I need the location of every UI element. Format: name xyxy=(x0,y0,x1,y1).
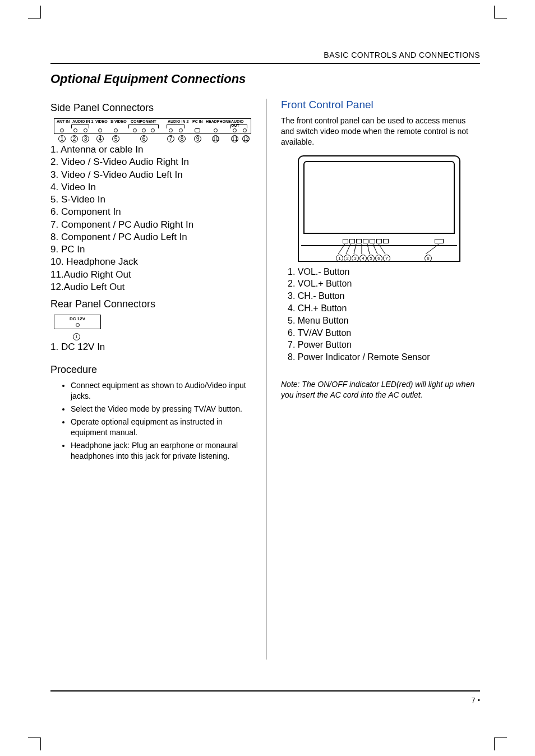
jack-icon xyxy=(73,128,77,132)
tv-screen xyxy=(303,161,455,234)
port-label-component: COMPONENT xyxy=(131,119,156,123)
list-item: 12.Audio Left Out xyxy=(50,281,251,293)
jack-icon xyxy=(133,128,137,132)
bracket-icon xyxy=(230,125,247,128)
rear-panel-heading: Rear Panel Connectors xyxy=(50,298,251,310)
list-item: 2. Video / S-Video Audio Right In xyxy=(50,156,251,168)
bracket-icon xyxy=(71,125,89,128)
num-5: 5 xyxy=(367,255,375,262)
lead-lines-icon xyxy=(298,244,460,254)
side-panel-heading: Side Panel Connectors xyxy=(50,102,251,114)
port-label-pcin: PC IN xyxy=(192,119,203,123)
num-7: 7 xyxy=(383,255,390,262)
list-item: 8. Power Indicator / Remote Sensor xyxy=(288,352,480,363)
list-item: 2. VOL.+ Button xyxy=(288,278,480,290)
rear-panel-list: 1. DC 12V In xyxy=(50,341,251,353)
tv-button-icon xyxy=(363,239,368,243)
page-title: Optional Equipment Connections xyxy=(50,72,480,86)
jack-icon xyxy=(60,128,64,132)
rear-panel-diagram: DC 12V xyxy=(54,315,101,329)
list-item: 8. Component / PC Audio Left In xyxy=(50,231,251,243)
num-6: 6 xyxy=(140,135,147,142)
jack-icon xyxy=(233,128,237,132)
list-item: 5. S-Video In xyxy=(50,193,251,205)
bracket-icon xyxy=(128,125,159,128)
num-2: 2 xyxy=(71,135,78,142)
rear-num-row: 1 xyxy=(73,330,251,340)
list-item: 7. Component / PC Audio Right In xyxy=(50,219,251,231)
num-4: 4 xyxy=(359,255,367,262)
list-item: Operate optional equipment as instructed… xyxy=(71,417,251,438)
svg-line-6 xyxy=(379,244,385,254)
bracket-icon xyxy=(167,125,185,128)
jack-icon xyxy=(243,128,247,132)
list-item: Select the Video mode by pressing TV/AV … xyxy=(71,404,251,414)
list-item: Headphone jack: Plug an earphone or mona… xyxy=(71,440,251,462)
tv-button-icon xyxy=(349,239,355,243)
jack-icon xyxy=(169,128,173,132)
crop-mark-bl xyxy=(28,737,41,750)
list-item: 1. VOL.- Button xyxy=(288,266,480,278)
jack-icon xyxy=(114,128,118,132)
right-column: Front Control Panel The front control pa… xyxy=(266,99,480,660)
port-label-headphone: HEADPHONE xyxy=(206,119,231,123)
tv-button-icon xyxy=(343,239,348,243)
page-number: 7 • xyxy=(50,696,480,704)
list-item: 3. CH.- Button xyxy=(288,291,480,302)
list-item: 5. Menu Button xyxy=(288,315,480,327)
tv-button-icon xyxy=(370,239,375,243)
svg-line-0 xyxy=(338,244,345,254)
list-item: 4. Video In xyxy=(50,181,251,193)
jack-icon xyxy=(98,128,102,132)
svg-line-5 xyxy=(373,244,377,254)
jack-icon xyxy=(179,128,183,132)
num-2: 2 xyxy=(344,255,351,262)
num-1: 1 xyxy=(58,135,66,142)
tv-diagram: 1 2 3 4 5 6 7 8 xyxy=(298,155,460,262)
tv-buttons xyxy=(343,239,389,243)
crop-mark-tl xyxy=(28,6,41,19)
note-text: Note: The ON/OFF indicator LED(red) will… xyxy=(281,379,480,400)
num-7: 7 xyxy=(167,135,174,142)
list-item: 1. DC 12V In xyxy=(50,341,251,353)
front-panel-list: 1. VOL.- Button 2. VOL.+ Button 3. CH.- … xyxy=(288,266,480,363)
crop-mark-tr xyxy=(494,6,507,19)
list-item: 6. TV/AV Button xyxy=(288,328,480,339)
list-item: 6. Component In xyxy=(50,206,251,218)
tv-button-icon xyxy=(383,239,389,243)
num-10: 10 xyxy=(212,135,219,142)
tv-button-icon xyxy=(376,239,382,243)
side-panel-list: 1. Antenna or cable In 2. Video / S-Vide… xyxy=(50,144,251,293)
two-column-layout: Side Panel Connectors ANT IN AUDIO IN 1 … xyxy=(50,99,480,660)
jack-icon xyxy=(195,128,200,132)
rear-port-label: DC 12V xyxy=(54,315,100,321)
port-label-audio1: AUDIO IN 1 xyxy=(72,119,93,123)
svg-line-4 xyxy=(367,244,370,254)
list-item: 10. Headphone Jack xyxy=(50,256,251,268)
page-number-value: 7 xyxy=(472,696,476,704)
list-item: Connect equipment as shown to Audio/Vide… xyxy=(71,380,251,402)
page-content: BASIC CONTROLS AND CONNECTIONS Optional … xyxy=(50,50,480,706)
side-panel-diagram: ANT IN AUDIO IN 1 VIDEO S-VIDEO COMPONEN… xyxy=(54,118,251,134)
svg-line-1 xyxy=(346,244,350,254)
tv-sensor-icon xyxy=(435,239,444,243)
jack-icon xyxy=(142,128,146,132)
list-item: 3. Video / S-Video Audio Left In xyxy=(50,169,251,181)
num-1: 1 xyxy=(336,255,343,262)
num-4: 4 xyxy=(96,135,104,142)
port-label-video: VIDEO xyxy=(95,119,108,123)
page-footer: 7 • xyxy=(50,690,480,704)
procedure-list: Connect equipment as shown to Audio/Vide… xyxy=(50,380,251,461)
num-3: 3 xyxy=(352,255,359,262)
num-5: 5 xyxy=(112,135,119,142)
list-item: 1. Antenna or cable In xyxy=(50,144,251,155)
port-label-audio2: AUDIO IN 2 xyxy=(168,119,188,123)
jack-icon xyxy=(214,128,218,132)
crop-mark-br xyxy=(494,737,507,750)
list-item: 11.Audio Right Out xyxy=(50,269,251,280)
side-panel-numbers: 1 2 3 4 5 6 7 8 9 10 11 12 xyxy=(54,135,251,143)
svg-line-7 xyxy=(426,244,439,254)
tv-number-row: 1 2 3 4 5 6 7 8 xyxy=(298,255,460,262)
num-8: 8 xyxy=(178,135,186,142)
tv-button-icon xyxy=(356,239,362,243)
